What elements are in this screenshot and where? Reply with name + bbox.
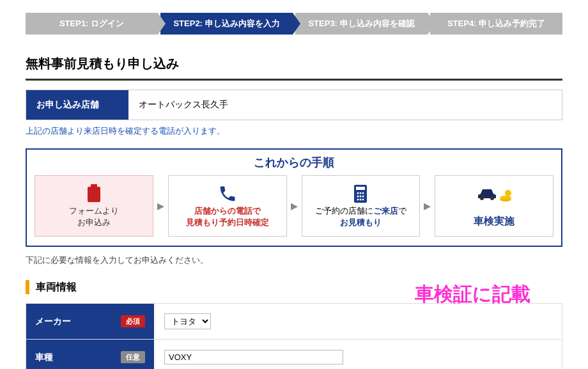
page-title: 無料事前見積もり申し込み — [26, 55, 562, 81]
row-maker: メーカー 必須 トヨタ — [26, 304, 562, 340]
flow-card-form: フォームよりお申込み — [35, 175, 153, 237]
card-text: で — [398, 206, 406, 216]
step-label: STEP3: 申し込み内容を確認 — [308, 19, 414, 28]
card-text: 店舗からの電話で — [194, 206, 261, 216]
field-label: 車種 — [35, 352, 53, 363]
svg-point-13 — [480, 196, 484, 200]
card-text: ご来店 — [373, 206, 398, 216]
store-note: 上記の店舗より来店日時を確定する電話が入ります。 — [26, 125, 562, 137]
svg-point-14 — [490, 196, 494, 200]
instruction-text: 下記に必要な情報を入力してお申込みください。 — [26, 255, 562, 266]
car-coins-icon — [475, 182, 513, 205]
arrow-icon: ▸ — [291, 175, 298, 237]
step-2: STEP2: 申し込み内容を入力 — [160, 13, 293, 35]
svg-point-11 — [360, 199, 362, 201]
flow-section: これからの手順 フォームよりお申込み ▸ 店舗からの電話で見積もり予約日時確定 … — [26, 148, 562, 247]
section-header-vehicle: 車両情報 — [26, 280, 562, 294]
phone-icon — [218, 182, 237, 205]
svg-point-9 — [362, 196, 364, 198]
row-model: 車種 任意 — [26, 340, 562, 369]
svg-rect-1 — [91, 184, 97, 188]
svg-rect-0 — [88, 187, 100, 202]
store-label: お申し込み店舗 — [26, 90, 128, 120]
flow-cards: フォームよりお申込み ▸ 店舗からの電話で見積もり予約日時確定 ▸ ご予約の店舗… — [27, 175, 561, 246]
field-label: メーカー — [35, 316, 71, 327]
card-text: 車検実施 — [474, 216, 514, 226]
svg-rect-3 — [356, 187, 365, 190]
maker-select[interactable]: トヨタ — [164, 313, 211, 329]
svg-point-4 — [357, 192, 359, 194]
section-title: 車両情報 — [36, 281, 77, 294]
step-1: STEP1: ログイン — [26, 13, 158, 35]
svg-point-16 — [500, 196, 511, 200]
flow-title: これからの手順 — [27, 150, 561, 175]
svg-point-6 — [362, 192, 364, 194]
flow-card-inspection: 車検実施 — [435, 175, 553, 237]
step-label: STEP4: 申し込み予約完了 — [447, 19, 545, 28]
svg-point-7 — [357, 196, 359, 198]
flow-card-phone: 店舗からの電話で見積もり予約日時確定 — [168, 175, 287, 237]
clipboard-icon — [86, 182, 102, 205]
svg-point-10 — [357, 199, 359, 201]
svg-point-17 — [505, 190, 511, 196]
arrow-icon: ▸ — [157, 175, 164, 237]
optional-badge: 任意 — [121, 351, 145, 363]
section-accent-bar — [26, 280, 29, 294]
step-label: STEP1: ログイン — [59, 19, 124, 28]
svg-point-5 — [360, 192, 362, 194]
card-text: ご予約の店舗に — [315, 206, 373, 216]
card-text: フォームより — [69, 206, 119, 216]
step-3: STEP3: 申し込み内容を確認 — [295, 13, 428, 35]
card-text: お申込み — [77, 217, 111, 227]
model-input[interactable] — [164, 350, 343, 365]
arrow-icon: ▸ — [424, 175, 431, 237]
step-4: STEP4: 申し込み予約完了 — [430, 13, 562, 35]
card-text: お見積もり — [340, 217, 382, 227]
svg-point-12 — [362, 199, 364, 201]
progress-steps: STEP1: ログイン STEP2: 申し込み内容を入力 STEP3: 申し込み… — [26, 13, 562, 35]
store-row: お申し込み店舗 オートバックス長久手 — [26, 90, 562, 120]
vehicle-form: メーカー 必須 トヨタ 車種 任意 車検満了日 必須 平成29(2017) 年 — [26, 303, 562, 369]
store-value: オートバックス長久手 — [128, 90, 562, 120]
calculator-icon — [353, 182, 368, 205]
card-text: 見積もり予約日時確定 — [186, 217, 269, 227]
svg-point-8 — [360, 196, 362, 198]
flow-card-visit: ご予約の店舗にご来店でお見積もり — [302, 175, 421, 237]
step-label: STEP2: 申し込み内容を入力 — [173, 19, 279, 28]
required-badge: 必須 — [121, 315, 145, 327]
